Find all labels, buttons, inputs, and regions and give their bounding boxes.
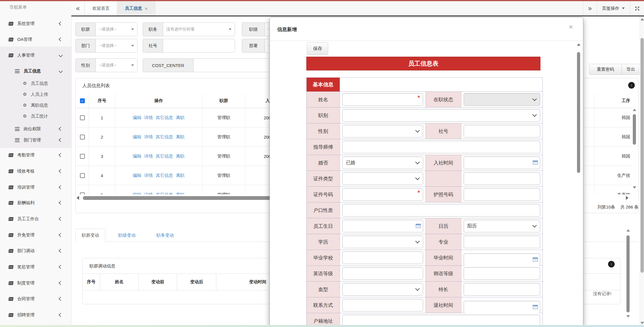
table-scroll-right-arrow[interactable] bbox=[626, 196, 628, 200]
tab-job-group-change[interactable]: 职群变动 bbox=[75, 229, 105, 242]
graduation-date-input[interactable] bbox=[464, 253, 540, 266]
row-checkbox[interactable] bbox=[80, 173, 85, 178]
cost-center-input[interactable] bbox=[194, 59, 270, 72]
resign-link[interactable]: 离职 bbox=[176, 173, 185, 178]
employment-status-select[interactable] bbox=[464, 93, 540, 106]
sidebar-item-system-mgmt[interactable]: 系统管理 bbox=[0, 18, 71, 29]
filter-gender[interactable]: 性别 --请选择-- bbox=[75, 58, 137, 72]
sidebar-item-oa-mgmt[interactable]: OA管理 bbox=[0, 34, 71, 45]
sidebar-item-recruit-mgmt[interactable]: 招聘管理 bbox=[0, 309, 71, 321]
filter-company-id[interactable]: 社号 bbox=[143, 39, 235, 53]
detail-link[interactable]: 详情 bbox=[144, 115, 153, 121]
tabs-scroll-left-button[interactable]: « bbox=[71, 1, 85, 16]
bottom-scroll-up-arrow[interactable] bbox=[626, 229, 630, 232]
sidebar-item-hr-mgmt[interactable]: 人事管理 bbox=[0, 49, 71, 61]
sidebar-item-employee-info[interactable]: ⚙ 员工信息 bbox=[0, 78, 71, 89]
filter-department[interactable]: 部门 --请选择-- bbox=[75, 39, 137, 53]
calendar-icon[interactable] bbox=[533, 160, 538, 165]
job-group-select[interactable]: --请选择-- bbox=[96, 23, 137, 36]
other-info-link[interactable]: 其它信息 bbox=[156, 115, 173, 121]
sidebar-item-attendance-mgmt[interactable]: 考勤管理 bbox=[0, 149, 71, 161]
tab-employee-info[interactable]: 员工信息 × bbox=[117, 1, 155, 16]
select-all-checkbox[interactable] bbox=[80, 98, 85, 103]
fullscreen-button[interactable] bbox=[630, 1, 644, 16]
tab-actions-dropdown[interactable]: 页签操作 bbox=[597, 1, 630, 16]
leave-date-input[interactable] bbox=[464, 301, 540, 313]
modal-close-icon[interactable]: × bbox=[569, 24, 573, 30]
sidebar-item-promotion-mgmt[interactable]: 升免管理 bbox=[0, 229, 71, 241]
other-info-link[interactable]: 其它信息 bbox=[156, 154, 173, 159]
row-checkbox[interactable] bbox=[80, 135, 85, 139]
id-type-select[interactable] bbox=[342, 172, 423, 185]
mentor-input[interactable] bbox=[342, 141, 540, 153]
sidebar-item-performance-review[interactable]: 绩效考核 bbox=[0, 165, 71, 177]
gender-select[interactable] bbox=[342, 125, 423, 137]
gender-select[interactable]: --请选择-- bbox=[96, 59, 137, 72]
sidebar-item-resign-info[interactable]: ⚙ 离职信息 bbox=[0, 100, 71, 111]
sidebar-item-employee-workbench[interactable]: 员工工作台 bbox=[0, 213, 71, 225]
company-id-input[interactable] bbox=[464, 125, 540, 137]
page-scroll-down-arrow[interactable] bbox=[641, 322, 644, 324]
department-select[interactable]: --请选择-- bbox=[96, 39, 137, 52]
sidebar-item-post-permission[interactable]: 岗位权限 bbox=[0, 123, 71, 135]
blood-type-select[interactable] bbox=[342, 283, 423, 296]
edit-link[interactable]: 编辑 bbox=[133, 173, 142, 178]
detail-link[interactable]: 详情 bbox=[144, 154, 153, 159]
hukou-input[interactable] bbox=[342, 204, 540, 217]
resign-link[interactable]: 离职 bbox=[176, 134, 185, 140]
reset-password-button[interactable]: 重置密码 bbox=[589, 64, 622, 75]
tab-job-level-change[interactable]: 职级变动 bbox=[112, 229, 142, 242]
sidebar-item-policy-mgmt[interactable]: 制度管理 bbox=[0, 277, 71, 289]
sidebar-item-employee-info-menu[interactable]: 员工信息 bbox=[0, 65, 71, 77]
detail-link[interactable]: 详情 bbox=[144, 134, 153, 140]
tab-job-title-change[interactable]: 职务变动 bbox=[150, 229, 180, 242]
sidebar-item-salary-welfare[interactable]: 薪酬福利 bbox=[0, 197, 71, 209]
other-info-link[interactable]: 其它信息 bbox=[156, 173, 173, 178]
id-number-input[interactable]: * bbox=[342, 188, 423, 201]
resign-link[interactable]: 离职 bbox=[176, 115, 185, 121]
sidebar-item-dept-transfer[interactable]: 部门调动 bbox=[0, 245, 71, 257]
modal-scrollbar-thumb[interactable] bbox=[577, 52, 580, 173]
education-select[interactable] bbox=[342, 236, 423, 248]
sidebar-item-reward-punish[interactable]: 奖惩管理 bbox=[0, 261, 71, 273]
school-input[interactable] bbox=[342, 251, 423, 264]
scroll-top-icon[interactable]: ↑ bbox=[608, 261, 615, 267]
calendar-type-select[interactable]: 阳历 bbox=[464, 220, 540, 232]
bottom-vertical-scrollbar-thumb[interactable] bbox=[626, 235, 630, 312]
other-info-link[interactable]: 其它信息 bbox=[156, 134, 173, 140]
tab-welcome-home[interactable]: 欢迎首页 bbox=[85, 1, 117, 16]
english-level-input[interactable] bbox=[342, 267, 423, 280]
contact-input[interactable] bbox=[342, 299, 423, 311]
other-info-link[interactable]: 其它信息 bbox=[156, 192, 173, 195]
page-scroll-up-arrow[interactable] bbox=[641, 18, 644, 20]
filter-job-group[interactable]: 职群 --请选择-- bbox=[75, 22, 137, 36]
calendar-icon[interactable] bbox=[533, 305, 538, 309]
sidebar-item-contract-mgmt[interactable]: 合同管理 bbox=[0, 293, 71, 305]
table-scroll-down-arrow[interactable] bbox=[633, 186, 636, 189]
specialty-input[interactable] bbox=[464, 283, 540, 296]
resign-link[interactable]: 离职 bbox=[176, 154, 185, 159]
row-checkbox[interactable] bbox=[80, 115, 85, 120]
sidebar-item-dept-mgmt[interactable]: 部门管理 bbox=[0, 134, 71, 146]
company-id-input[interactable] bbox=[163, 39, 235, 52]
edit-link[interactable]: 编辑 bbox=[133, 134, 142, 140]
detail-link[interactable]: 详情 bbox=[144, 173, 153, 178]
table-scroll-up-arrow[interactable] bbox=[633, 109, 636, 111]
page-scrollbar[interactable] bbox=[640, 16, 644, 327]
marital-select[interactable]: 已婚 bbox=[342, 156, 423, 169]
modal-scroll-up-arrow[interactable] bbox=[577, 43, 580, 46]
extra-input[interactable] bbox=[464, 172, 540, 185]
edit-link[interactable]: 编辑 bbox=[133, 115, 142, 121]
name-input[interactable]: * bbox=[342, 93, 423, 106]
major-input[interactable] bbox=[464, 236, 540, 248]
close-icon[interactable]: × bbox=[145, 6, 148, 11]
tabs-scroll-right-button[interactable]: » bbox=[583, 1, 597, 16]
table-scroll-left-arrow[interactable] bbox=[77, 196, 79, 200]
row-checkbox[interactable] bbox=[80, 154, 85, 159]
korean-level-input[interactable] bbox=[464, 267, 540, 280]
calendar-icon[interactable] bbox=[533, 257, 538, 262]
table-vertical-scrollbar-thumb[interactable] bbox=[633, 114, 636, 145]
filter-cost-center[interactable]: COST_CENTER bbox=[143, 58, 270, 72]
save-button[interactable]: 保存 bbox=[307, 42, 328, 55]
birthday-input[interactable] bbox=[342, 220, 423, 232]
